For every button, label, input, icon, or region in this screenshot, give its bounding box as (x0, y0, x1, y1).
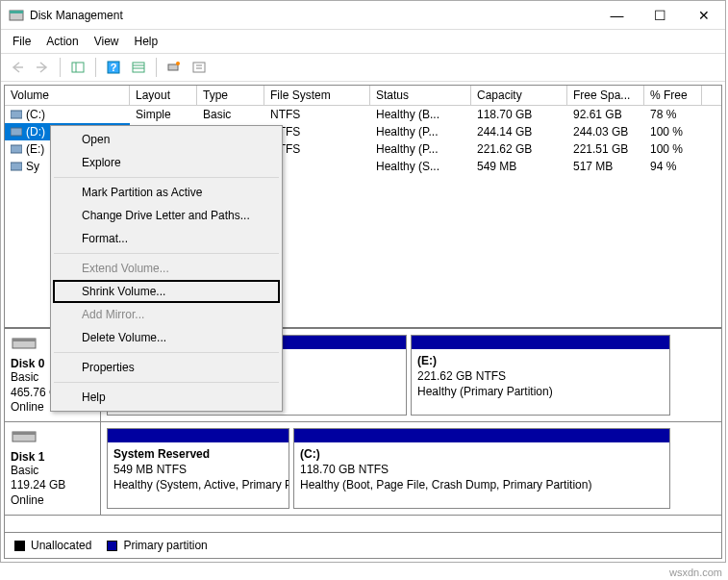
minimize-button[interactable]: — (595, 1, 639, 29)
svg-point-10 (176, 62, 180, 65)
arrow-left-icon (10, 60, 25, 75)
col-fs[interactable]: File System (264, 86, 370, 105)
col-capacity[interactable]: Capacity (471, 86, 567, 105)
partition[interactable]: (E:) 221.62 GB NTFS Healthy (Primary Par… (411, 335, 670, 416)
context-add-mirror: Add Mirror... (53, 303, 280, 326)
col-type[interactable]: Type (197, 86, 264, 105)
context-format[interactable]: Format... (53, 227, 280, 250)
col-status[interactable]: Status (370, 86, 471, 105)
context-mark-active[interactable]: Mark Partition as Active (53, 181, 280, 204)
menu-action[interactable]: Action (38, 32, 86, 51)
menu-view[interactable]: View (87, 32, 127, 51)
disk-icon (11, 335, 41, 350)
svg-rect-17 (11, 163, 22, 170)
context-change-letter[interactable]: Change Drive Letter and Paths... (53, 204, 280, 227)
panes-icon (70, 60, 86, 75)
watermark: wsxdn.com (669, 567, 722, 578)
legend: Unallocated Primary partition (5, 532, 721, 558)
svg-rect-14 (11, 111, 22, 118)
arrow-right-icon (35, 60, 50, 75)
col-pfree[interactable]: % Free (644, 86, 702, 105)
settings-button[interactable] (163, 57, 185, 78)
disk-info[interactable]: Disk 1 Basic 119.24 GB Online (5, 422, 101, 515)
svg-text:?: ? (111, 62, 117, 73)
partition[interactable]: (C:) 118.70 GB NTFS Healthy (Boot, Page … (293, 428, 670, 509)
partition[interactable]: System Reserved 549 MB NTFS Healthy (Sys… (107, 428, 289, 509)
table-row[interactable]: (C:) Simple Basic NTFS Healthy (B... 118… (5, 106, 721, 123)
legend-swatch-black (14, 541, 25, 551)
partition-header (412, 336, 669, 349)
svg-rect-15 (11, 128, 22, 136)
context-extend: Extend Volume... (53, 257, 280, 280)
svg-rect-21 (13, 432, 36, 435)
help-icon: ? (106, 60, 121, 75)
svg-rect-1 (10, 11, 23, 13)
context-open[interactable]: Open (53, 128, 280, 151)
menubar: File Action View Help (1, 30, 725, 53)
partition-header (294, 429, 669, 442)
properties-button[interactable] (188, 57, 210, 78)
props-icon (191, 60, 207, 75)
menu-help[interactable]: Help (127, 32, 166, 51)
toolbar: ? (1, 53, 725, 82)
context-help[interactable]: Help (53, 386, 280, 409)
svg-rect-11 (193, 63, 205, 72)
volume-icon (11, 144, 22, 154)
context-explore[interactable]: Explore (53, 151, 280, 174)
partition-header (108, 429, 289, 442)
window-title: Disk Management (30, 9, 595, 22)
back-button[interactable] (7, 57, 28, 78)
app-icon (9, 8, 24, 23)
maximize-button[interactable]: ☐ (639, 1, 682, 29)
disk-panel: Disk 1 Basic 119.24 GB Online System Res… (5, 422, 721, 516)
legend-primary: Primary partition (107, 539, 207, 552)
volume-icon (11, 110, 22, 119)
context-menu: Open Explore Mark Partition as Active Ch… (50, 125, 283, 412)
legend-swatch-blue (107, 541, 117, 551)
refresh-button[interactable] (128, 57, 149, 78)
forward-button[interactable] (32, 57, 53, 78)
disk-icon (11, 428, 41, 443)
disk-settings-icon (166, 60, 182, 75)
close-button[interactable]: ✕ (682, 1, 725, 29)
help-toolbar-button[interactable]: ? (103, 57, 124, 78)
svg-rect-9 (168, 64, 178, 70)
context-shrink[interactable]: Shrink Volume... (53, 280, 280, 303)
legend-unallocated: Unallocated (14, 539, 91, 552)
volume-icon (11, 162, 22, 171)
menu-file[interactable]: File (5, 32, 38, 51)
panes-button[interactable] (67, 57, 88, 78)
svg-rect-16 (11, 145, 22, 153)
volume-table-header: Volume Layout Type File System Status Ca… (5, 86, 721, 106)
volume-icon (11, 127, 22, 137)
svg-rect-6 (133, 63, 144, 72)
titlebar[interactable]: Disk Management — ☐ ✕ (1, 1, 725, 30)
col-free[interactable]: Free Spa... (567, 86, 644, 105)
context-delete[interactable]: Delete Volume... (53, 326, 280, 349)
svg-rect-19 (13, 339, 36, 341)
svg-rect-2 (72, 63, 84, 72)
col-layout[interactable]: Layout (130, 86, 197, 105)
context-properties[interactable]: Properties (53, 356, 280, 379)
col-volume[interactable]: Volume (5, 86, 130, 105)
list-icon (131, 60, 146, 75)
partitions: System Reserved 549 MB NTFS Healthy (Sys… (101, 422, 721, 515)
